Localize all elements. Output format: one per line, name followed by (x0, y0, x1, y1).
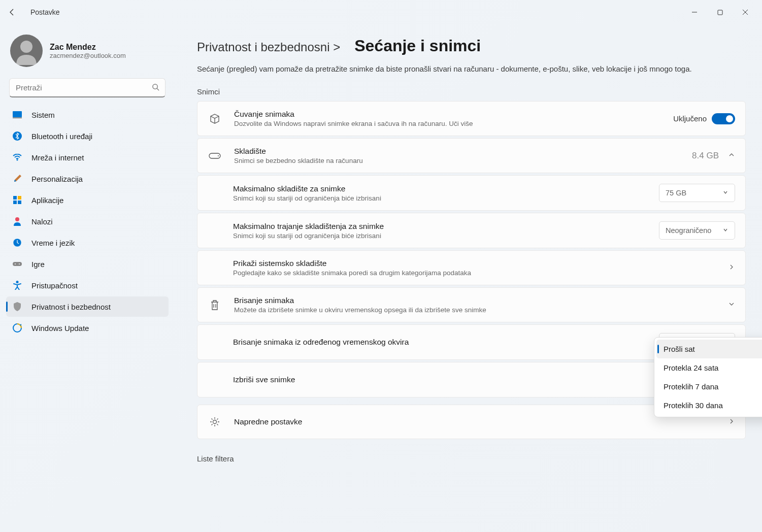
svg-point-14 (15, 263, 16, 264)
titlebar: Postavke (0, 0, 762, 24)
svg-rect-3 (13, 118, 22, 119)
max-storage-card: Maksimalno skladište za snimke Snimci ko… (197, 175, 746, 211)
chevron-down-icon (722, 226, 728, 235)
storage-value: 8.4 GB (692, 151, 719, 161)
sidebar-item-privacy[interactable]: Privatnost i bezbednost (6, 296, 169, 317)
sidebar-item-bluetooth[interactable]: Bluetooth i uređaji (6, 126, 169, 146)
show-system-storage-card[interactable]: Prikaži sistemsko skladište Pogledajte k… (197, 250, 746, 285)
sidebar-item-apps[interactable]: Aplikacije (6, 190, 169, 210)
delete-all-title: Izbriši sve snimke (233, 375, 659, 384)
storage-sub: Snimci se bezbedno skladište na računaru (234, 157, 692, 164)
close-button[interactable] (733, 3, 758, 21)
bluetooth-icon (12, 131, 22, 141)
advanced-title: Napredne postavke (234, 417, 728, 426)
minimize-icon (691, 9, 698, 15)
delete-title: Brisanje snimaka (234, 296, 728, 305)
svg-point-5 (17, 159, 18, 161)
svg-rect-6 (13, 196, 17, 200)
delete-snapshots-card[interactable]: Brisanje snimaka Možete da izbrišete sni… (197, 287, 746, 322)
user-profile[interactable]: Zac Mendez zacmendez@outlook.com (6, 30, 169, 75)
maximize-icon (717, 10, 723, 15)
chevron-down-icon (722, 189, 728, 197)
profile-name: Zac Mendez (50, 43, 126, 52)
saving-toggle[interactable] (712, 113, 735, 124)
chevron-right-icon (728, 263, 735, 272)
cube-icon (208, 113, 222, 124)
sidebar-item-system[interactable]: Sistem (6, 105, 169, 125)
svg-point-15 (19, 263, 20, 264)
storage-title: Skladište (234, 147, 692, 156)
max-storage-dropdown[interactable]: 75 GB (659, 184, 735, 202)
search-icon (152, 83, 159, 92)
max-duration-card: Maksimalno trajanje skladištenja za snim… (197, 213, 746, 248)
max-storage-title: Maksimalno skladište za snimke (233, 184, 659, 193)
sidebar-item-label: Personalizacija (31, 175, 83, 183)
delete-range-title: Brisanje snimaka iz određenog vremenskog… (233, 338, 659, 347)
avatar (10, 35, 43, 67)
timeframe-option[interactable]: Proteklih 30 dana (656, 396, 762, 415)
sidebar-item-accessibility[interactable]: Pristupačnost (6, 275, 169, 295)
sidebar-item-windows-update[interactable]: Windows Update (6, 318, 169, 338)
update-icon (12, 323, 22, 333)
max-duration-value: Neograničeno (666, 226, 711, 235)
svg-rect-2 (13, 111, 22, 117)
arrow-left-icon (8, 8, 16, 16)
timeframe-popup: Prošli sat Protekla 24 sata Proteklih 7 … (654, 337, 762, 417)
person-icon (12, 216, 22, 226)
sidebar-item-label: Nalozi (31, 217, 53, 226)
section-filters: Liste filtera (197, 454, 746, 463)
paintbrush-icon (12, 174, 22, 184)
maximize-button[interactable] (707, 3, 733, 21)
sidebar-item-network[interactable]: Mreža i internet (6, 147, 169, 168)
sidebar-item-label: Bluetooth i uređaji (31, 132, 92, 141)
sidebar-item-time-language[interactable]: Vreme i jezik (6, 232, 169, 253)
storage-card[interactable]: Skladište Snimci se bezbedno skladište n… (197, 138, 746, 173)
max-storage-sub: Snimci koji su stariji od ograničenja bi… (233, 194, 659, 202)
sidebar-item-label: Mreža i internet (31, 153, 84, 162)
nav-list: Sistem Bluetooth i uređaji Mreža i inter… (6, 105, 169, 338)
svg-point-1 (153, 84, 157, 89)
chevron-down-icon (728, 301, 735, 309)
svg-rect-7 (18, 196, 21, 200)
profile-email: zacmendez@outlook.com (50, 52, 126, 59)
section-snapshots: Snimci (197, 87, 746, 96)
accessibility-icon (12, 280, 22, 290)
page-title: Sećanje i snimci (354, 37, 481, 55)
toggle-label: Uključeno (673, 114, 707, 123)
drive-icon (208, 153, 222, 159)
svg-rect-13 (13, 262, 22, 266)
content: Privatnost i bezbednosni > Sećanje i sni… (173, 24, 762, 532)
max-duration-sub: Snimci koji su stariji od ograničenja bi… (233, 232, 659, 240)
svg-rect-8 (13, 201, 17, 204)
wifi-icon (12, 152, 22, 162)
sidebar-item-gaming[interactable]: Igre (6, 254, 169, 274)
trash-icon (208, 300, 222, 311)
sidebar-item-label: Aplikacije (31, 196, 63, 205)
timeframe-option[interactable]: Protekla 24 sata (656, 358, 762, 377)
svg-point-16 (16, 281, 19, 283)
apps-icon (12, 195, 22, 205)
sidebar: Zac Mendez zacmendez@outlook.com Sistem … (0, 24, 173, 532)
back-button[interactable] (4, 4, 20, 20)
sidebar-item-label: Privatnost i bezbednost (31, 303, 111, 311)
timeframe-option[interactable]: Prošli sat (656, 340, 762, 358)
page-description: Sećanje (pregled) vam pomaže da pretraži… (197, 64, 746, 73)
svg-point-19 (218, 155, 219, 156)
sidebar-item-label: Windows Update (31, 324, 89, 332)
timeframe-option[interactable]: Proteklih 7 dana (656, 377, 762, 396)
show-system-sub: Pogledajte kako se skladište snimaka por… (233, 269, 728, 277)
chevron-up-icon (728, 151, 735, 160)
minimize-button[interactable] (682, 3, 707, 21)
sidebar-item-personalization[interactable]: Personalizacija (6, 169, 169, 189)
clock-globe-icon (12, 238, 22, 248)
max-duration-title: Maksimalno trajanje skladištenja za snim… (233, 222, 659, 231)
svg-rect-0 (718, 10, 722, 15)
search-input[interactable] (9, 78, 165, 97)
max-storage-value: 75 GB (666, 189, 686, 197)
sidebar-item-label: Vreme i jezik (31, 239, 75, 247)
svg-rect-9 (18, 201, 21, 204)
sidebar-item-accounts[interactable]: Nalozi (6, 211, 169, 231)
breadcrumb[interactable]: Privatnost i bezbednosni > (197, 40, 340, 54)
max-duration-dropdown[interactable]: Neograničeno (659, 221, 735, 240)
svg-point-20 (213, 420, 217, 424)
